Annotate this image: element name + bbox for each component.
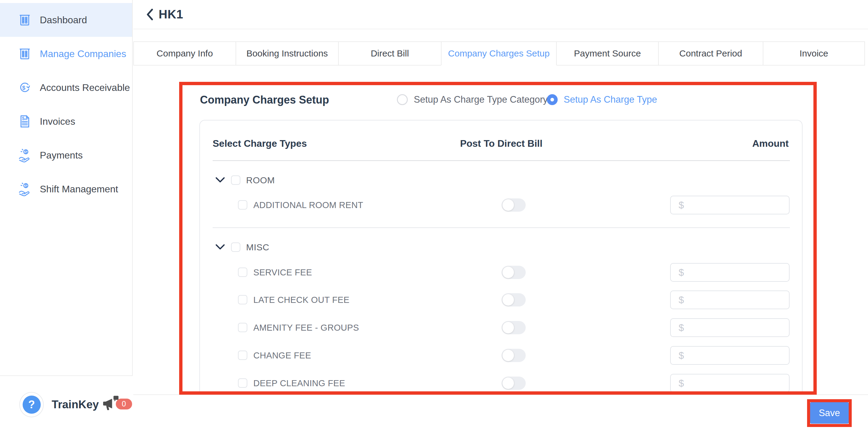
- tab-contract-period[interactable]: Contract Period: [658, 41, 763, 65]
- column-header-post-to-direct-bill: Post To Direct Bill: [441, 138, 562, 149]
- radio-label: Setup As Charge Type Category: [414, 94, 548, 105]
- charge-label: DEEP CLEANING FEE: [253, 378, 345, 388]
- save-button[interactable]: Save: [810, 402, 849, 424]
- amount-input[interactable]: [670, 346, 789, 365]
- radio-unselected-icon: [397, 94, 408, 105]
- sidebar-item-label: Payments: [40, 150, 83, 161]
- toggle-post-to-direct-bill[interactable]: [501, 293, 526, 307]
- row-divider: [213, 227, 790, 228]
- checkbox-room[interactable]: [231, 175, 240, 185]
- checkbox-change-fee[interactable]: [238, 351, 247, 360]
- sidebar-item-accounts-receivable[interactable]: $ Accounts Receivable: [0, 71, 132, 105]
- page-header: HK1: [133, 0, 868, 29]
- sidebar-item-shift-management[interactable]: $ Shift Management: [0, 172, 132, 206]
- amount-input[interactable]: [670, 374, 789, 393]
- help-button[interactable]: ?: [19, 392, 44, 417]
- sidebar-footer: ? TrainKey 0: [0, 375, 133, 430]
- svg-text:$: $: [22, 116, 25, 121]
- tab-payment-source[interactable]: Payment Source: [556, 41, 659, 65]
- column-header-amount: Amount: [752, 138, 789, 149]
- checkbox-amenity-fee-groups[interactable]: [238, 323, 247, 332]
- hand-coin-icon: $: [18, 148, 32, 163]
- sidebar-item-dashboard[interactable]: Dashboard: [0, 3, 132, 37]
- charge-label: SERVICE FEE: [253, 267, 312, 278]
- group-label: ROOM: [246, 175, 275, 185]
- amount-input[interactable]: [670, 318, 789, 337]
- checkbox-late-check-out-fee[interactable]: [238, 295, 247, 305]
- chevron-down-icon[interactable]: [215, 244, 225, 251]
- charge-row-deep-cleaning-fee: DEEP CLEANING FEE: [200, 374, 803, 393]
- chevron-down-icon[interactable]: [215, 177, 225, 184]
- toggle-knob: [502, 377, 514, 389]
- sidebar-item-label: Invoices: [40, 116, 75, 127]
- radio-setup-as-charge-type-category[interactable]: Setup As Charge Type Category: [397, 94, 548, 105]
- dollar-refresh-icon: $: [18, 80, 32, 95]
- toggle-knob: [502, 350, 514, 361]
- toggle-post-to-direct-bill[interactable]: [501, 377, 526, 390]
- toggle-knob: [502, 267, 514, 278]
- header-divider: [213, 160, 790, 161]
- sidebar-item-label: Accounts Receivable: [40, 82, 130, 93]
- sidebar-item-label: Shift Management: [40, 183, 118, 195]
- footer-bar: [133, 394, 868, 430]
- charges-table-card: Select Charge Types Post To Direct Bill …: [199, 120, 803, 398]
- tab-bar: Company Info Booking Instructions Direct…: [133, 41, 868, 65]
- group-row-misc: MISC: [200, 238, 803, 257]
- radio-setup-as-charge-type[interactable]: Setup As Charge Type: [547, 94, 657, 105]
- sidebar-nav: Dashboard Manage Companies $: [0, 0, 132, 206]
- tab-invoice[interactable]: Invoice: [763, 41, 865, 65]
- group-row-room: ROOM: [200, 171, 803, 190]
- toggle-post-to-direct-bill[interactable]: [501, 266, 526, 279]
- toggle-post-to-direct-bill[interactable]: [501, 349, 526, 362]
- sidebar-item-manage-companies[interactable]: Manage Companies: [0, 37, 132, 71]
- charge-row-amenity-fee-groups: AMENITY FEE - GROUPS: [200, 318, 803, 337]
- back-button[interactable]: [146, 8, 154, 21]
- page-title: HK1: [159, 7, 183, 21]
- sidebar-item-payments[interactable]: $ Payments: [0, 138, 132, 172]
- toggle-knob: [502, 199, 514, 211]
- sidebar: Dashboard Manage Companies $: [0, 0, 133, 430]
- chevron-left-icon: [146, 8, 154, 21]
- sidebar-item-invoices[interactable]: $ Invoices: [0, 105, 132, 138]
- trainkey-announcements[interactable]: 0: [101, 393, 133, 417]
- charge-label: LATE CHECK OUT FEE: [253, 295, 349, 305]
- charge-row-additional-room-rent: ADDITIONAL ROOM RENT: [200, 196, 803, 214]
- tab-company-charges-setup[interactable]: Company Charges Setup: [441, 41, 557, 65]
- notification-badge: 0: [116, 399, 132, 409]
- sidebar-item-label: Dashboard: [40, 15, 87, 26]
- question-icon: ?: [23, 396, 41, 414]
- trainkey-label: TrainKey: [52, 398, 99, 411]
- checkbox-additional-room-rent[interactable]: [238, 200, 247, 209]
- checkbox-deep-cleaning-fee[interactable]: [238, 378, 247, 388]
- hand-coin-icon: $: [18, 182, 32, 196]
- tab-direct-bill[interactable]: Direct Bill: [338, 41, 441, 65]
- toggle-knob: [502, 322, 514, 333]
- column-header-select-charge-types: Select Charge Types: [213, 138, 307, 149]
- toggle-post-to-direct-bill[interactable]: [501, 321, 526, 334]
- section-title: Company Charges Setup: [200, 94, 329, 106]
- toggle-knob: [502, 294, 514, 306]
- svg-text:$: $: [25, 183, 27, 188]
- tab-booking-instructions[interactable]: Booking Instructions: [236, 41, 339, 65]
- sidebar-item-label: Manage Companies: [40, 48, 126, 59]
- building-icon: [18, 13, 32, 27]
- charge-label: CHANGE FEE: [253, 351, 311, 361]
- svg-text:$: $: [25, 149, 27, 154]
- checkbox-misc[interactable]: [231, 242, 240, 252]
- amount-input[interactable]: [670, 290, 789, 309]
- building-icon: [18, 47, 32, 61]
- charge-label: AMENITY FEE - GROUPS: [253, 323, 359, 333]
- checkbox-service-fee[interactable]: [238, 267, 247, 277]
- charge-row-change-fee: CHANGE FEE: [200, 346, 803, 365]
- amount-input[interactable]: [670, 196, 789, 214]
- radio-selected-icon: [547, 94, 558, 105]
- tab-company-info[interactable]: Company Info: [133, 41, 236, 65]
- radio-label: Setup As Charge Type: [564, 94, 657, 105]
- toggle-post-to-direct-bill[interactable]: [501, 198, 526, 212]
- amount-input[interactable]: [670, 263, 789, 282]
- svg-text:$: $: [22, 85, 26, 91]
- charge-row-late-check-out-fee: LATE CHECK OUT FEE: [200, 290, 803, 309]
- charge-label: ADDITIONAL ROOM RENT: [253, 200, 363, 210]
- invoice-icon: $: [18, 114, 32, 128]
- group-label: MISC: [246, 242, 269, 253]
